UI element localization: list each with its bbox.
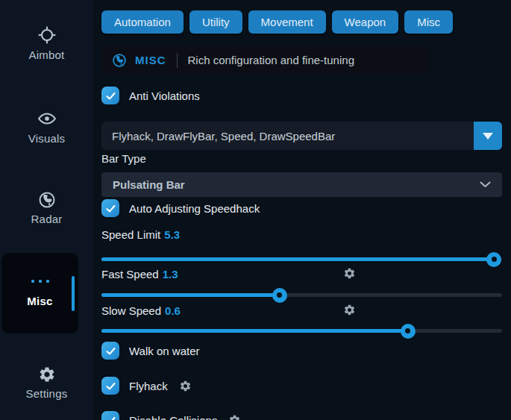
slow-speed-label-row: Slow Speed0.6 [101, 304, 502, 318]
slider-handle[interactable] [486, 252, 501, 267]
sidebar-item-settings[interactable]: Settings [0, 366, 93, 400]
check-icon [104, 90, 117, 102]
sidebar: Aimbot Visuals Radar Misc Settings [0, 0, 93, 420]
slider-value: 1.3 [163, 268, 178, 280]
slider-handle[interactable] [272, 288, 287, 303]
bar-flags-value: Flyhack, DrawFlyBar, Speed, DrawSpeedBar [101, 130, 335, 142]
walk-on-water-checkbox[interactable] [101, 342, 119, 360]
slider-value: 0.6 [165, 304, 181, 317]
slider-fill [101, 329, 408, 333]
section-subtitle: Rich configuration and fine-tuning [188, 54, 354, 66]
globe-icon [112, 53, 127, 68]
check-icon [104, 414, 117, 420]
check-icon [104, 202, 117, 215]
eye-icon [37, 109, 57, 128]
divider [177, 53, 178, 68]
checkbox-label: Auto Adjusting Speedhack [129, 202, 260, 215]
checkbox-label: Walk on water [129, 345, 199, 357]
tab-movement[interactable]: Movement [248, 10, 326, 34]
sidebar-item-visuals[interactable]: Visuals [0, 109, 93, 145]
sidebar-item-label: Aimbot [29, 48, 65, 61]
sidebar-item-label: Radar [31, 213, 63, 225]
tab-automation[interactable]: Automation [101, 10, 184, 34]
sidebar-item-label: Visuals [28, 132, 65, 145]
sidebar-item-misc-selected[interactable]: Misc [1, 253, 78, 333]
auto-adjusting-speedhack-checkbox[interactable] [101, 199, 119, 217]
section-title: MISC [135, 54, 166, 66]
sidebar-item-label: Misc [27, 295, 53, 307]
gear-icon [38, 366, 56, 383]
speed-limit-label-row: Speed Limit5.3 [101, 228, 502, 242]
triangle-down-icon [483, 133, 493, 140]
tab-utility[interactable]: Utility [189, 10, 242, 34]
flyhack-checkbox[interactable] [101, 377, 119, 395]
check-icon [104, 380, 117, 392]
gear-icon[interactable] [343, 267, 356, 280]
slider-label: Fast Speed [101, 268, 159, 280]
crosshair-icon [37, 25, 57, 45]
tab-misc[interactable]: Misc [404, 10, 453, 34]
globe-icon [38, 191, 56, 209]
category-tabs: Automation Utility Movement Weapon Misc [101, 10, 453, 34]
auto-adjusting-speedhack-row[interactable]: Auto Adjusting Speedhack [101, 199, 260, 217]
section-header: MISC Rich configuration and fine-tuning [101, 46, 430, 74]
gear-icon[interactable] [228, 414, 241, 420]
ellipsis-icon [31, 280, 49, 283]
bar-type-label: Bar Type [101, 152, 146, 165]
checkbox-label: Anti Violations [129, 90, 200, 102]
bar-type-select[interactable]: Pulsating Bar [101, 172, 502, 197]
chevron-down-icon [480, 181, 491, 188]
sidebar-item-label: Settings [26, 387, 68, 400]
bar-flags-select[interactable]: Flyhack, DrawFlyBar, Speed, DrawSpeedBar [101, 122, 502, 150]
dropdown-open-button[interactable] [474, 122, 502, 150]
checkbox-label: Disable Collisions [129, 414, 217, 420]
slow-speed-slider[interactable] [101, 329, 502, 333]
speed-limit-slider[interactable] [101, 257, 502, 261]
check-icon [104, 345, 117, 357]
checkbox-label: Flyhack [129, 380, 168, 392]
slider-fill [101, 257, 494, 261]
slider-handle[interactable] [401, 324, 416, 339]
anti-violations-row[interactable]: Anti Violations [101, 87, 200, 104]
fast-speed-slider[interactable] [101, 293, 502, 297]
gear-icon[interactable] [179, 380, 192, 392]
slider-label: Speed Limit [101, 228, 160, 241]
sidebar-item-aimbot[interactable]: Aimbot [0, 25, 93, 61]
disable-collisions-row[interactable]: Disable Collisions [101, 411, 241, 420]
tab-weapon[interactable]: Weapon [332, 10, 399, 34]
fast-speed-label-row: Fast Speed1.3 [101, 268, 502, 281]
slider-label: Slow Speed [101, 304, 161, 317]
slider-value: 5.3 [164, 228, 180, 241]
walk-on-water-row[interactable]: Walk on water [101, 342, 199, 360]
bar-type-value: Pulsating Bar [113, 178, 185, 191]
selected-accent-bar [72, 276, 75, 311]
slider-fill [101, 293, 280, 297]
anti-violations-checkbox[interactable] [101, 87, 119, 104]
flyhack-row[interactable]: Flyhack [101, 377, 192, 395]
sidebar-item-radar[interactable]: Radar [0, 191, 93, 225]
gear-icon[interactable] [343, 304, 356, 316]
disable-collisions-checkbox[interactable] [101, 411, 119, 420]
